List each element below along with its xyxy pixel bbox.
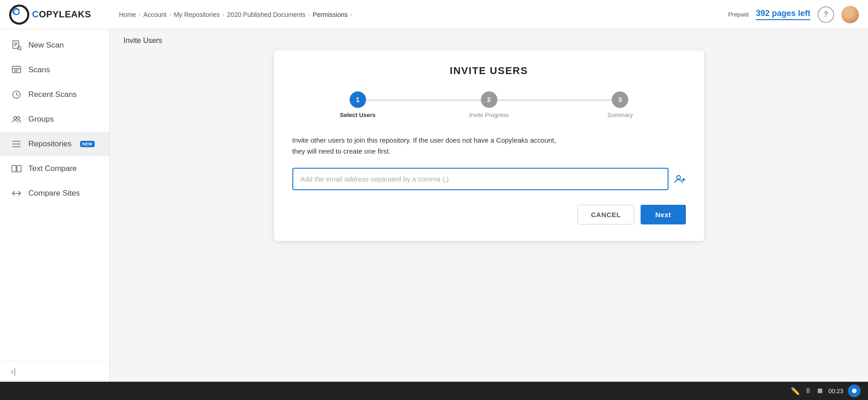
svg-rect-21 (17, 165, 21, 172)
step-2-circle: 2 (481, 91, 497, 108)
stepper: 1 Select Users 2 Invite Progress 3 Summa… (292, 91, 686, 118)
svg-point-0 (11, 6, 28, 23)
sidebar-label-compare-sites: Compare Sites (28, 189, 80, 198)
svg-line-14 (16, 95, 18, 96)
sidebar-item-scans[interactable]: Scans (0, 58, 109, 82)
sidebar-item-compare-sites[interactable]: Compare Sites (0, 181, 109, 206)
logo-text: COPYLEAKS (32, 9, 91, 20)
add-user-button[interactable] (674, 173, 686, 185)
sidebar-collapse-button[interactable]: ‹| (0, 361, 109, 382)
avatar[interactable] (841, 6, 859, 23)
edit-icon[interactable]: ✏️ (791, 387, 800, 395)
step-1-label: Select Users (340, 112, 376, 118)
breadcrumb-current: Permissions (313, 11, 348, 18)
logo: COPYLEAKS (9, 5, 119, 25)
help-button[interactable]: ? (818, 6, 834, 23)
page-content: Invite Users INVITE USERS 1 Select Users… (110, 29, 868, 382)
sidebar-label-recent-scans: Recent Scans (28, 90, 77, 99)
stop-icon[interactable]: ⏹ (816, 387, 824, 395)
sidebar: New Scan Scans (0, 29, 110, 382)
breadcrumb-sep-2: › (169, 11, 171, 18)
breadcrumb-home[interactable]: Home (119, 11, 136, 18)
text-compare-icon (11, 164, 22, 174)
page-header: Invite Users (124, 29, 854, 50)
scans-icon (11, 65, 22, 75)
logo-icon (9, 5, 29, 25)
timer-display: 00:23 (828, 388, 843, 395)
pages-left: 392 pages left (756, 9, 810, 20)
svg-point-23 (677, 176, 680, 179)
svg-line-7 (21, 49, 22, 50)
sidebar-item-new-scan[interactable]: New Scan (0, 33, 109, 58)
repositories-icon (11, 139, 22, 149)
invite-users-card: INVITE USERS 1 Select Users 2 Invite Pro… (274, 50, 704, 241)
record-button[interactable] (848, 384, 861, 397)
pause-icon[interactable]: ⏸ (804, 387, 812, 395)
email-input[interactable] (292, 168, 669, 190)
step-2-label: Invite Progress (469, 112, 509, 118)
step-2: 2 Invite Progress (423, 91, 555, 118)
sidebar-item-groups[interactable]: Groups (0, 107, 109, 132)
svg-point-6 (17, 46, 21, 50)
svg-point-15 (14, 117, 16, 119)
sidebar-item-text-compare[interactable]: Text Compare (0, 156, 109, 181)
step-3-circle: 3 (612, 91, 628, 108)
bottom-bar: ✏️ ⏸ ⏹ 00:23 (0, 382, 868, 400)
main-layout: New Scan Scans (0, 29, 868, 382)
breadcrumb-published-docs[interactable]: 2020 Published Documents (227, 11, 305, 18)
breadcrumb-sep-3: › (222, 11, 224, 18)
breadcrumb-sep-4: › (308, 11, 310, 18)
invite-description: Invite other users to join this reposito… (292, 135, 686, 157)
svg-point-1 (14, 9, 19, 15)
cancel-button[interactable]: CANCEL (577, 205, 634, 224)
breadcrumb: Home › Account › My Repositories › 2020 … (119, 11, 728, 18)
compare-sites-icon (11, 188, 22, 198)
recent-scans-icon (11, 90, 22, 100)
prepaid-label: Prepaid (728, 11, 749, 18)
topbar: COPYLEAKS Home › Account › My Repositori… (0, 0, 868, 29)
svg-rect-20 (12, 165, 16, 172)
svg-rect-8 (12, 66, 21, 73)
email-input-row (292, 168, 686, 190)
breadcrumb-account[interactable]: Account (143, 11, 167, 18)
step-1-circle: 1 (350, 91, 366, 108)
step-1: 1 Select Users (292, 91, 424, 118)
sidebar-label-repositories: Repositories (28, 139, 72, 149)
sidebar-item-repositories[interactable]: Repositories NEW (0, 132, 109, 156)
modal-title: INVITE USERS (292, 65, 686, 77)
new-scan-icon (11, 40, 22, 50)
sidebar-label-text-compare: Text Compare (28, 164, 77, 173)
sidebar-nav: New Scan Scans (0, 29, 109, 361)
step-3-label: Summary (607, 112, 633, 118)
action-row: CANCEL Next (292, 205, 686, 224)
next-button[interactable]: Next (641, 205, 686, 224)
svg-point-16 (17, 117, 20, 119)
breadcrumb-sep-5: › (350, 11, 352, 18)
sidebar-item-recent-scans[interactable]: Recent Scans (0, 82, 109, 107)
breadcrumb-sep-1: › (139, 11, 140, 18)
avatar-image (841, 6, 859, 23)
sidebar-label-groups: Groups (28, 115, 54, 124)
svg-point-26 (852, 389, 857, 393)
topbar-right: Prepaid 392 pages left ? (728, 6, 859, 23)
sidebar-label-new-scan: New Scan (28, 41, 64, 50)
step-3: 3 Summary (555, 91, 686, 118)
sidebar-label-scans: Scans (28, 65, 50, 75)
groups-icon (11, 114, 22, 124)
breadcrumb-my-repos[interactable]: My Repositories (174, 11, 220, 18)
repositories-new-badge: NEW (80, 141, 95, 147)
